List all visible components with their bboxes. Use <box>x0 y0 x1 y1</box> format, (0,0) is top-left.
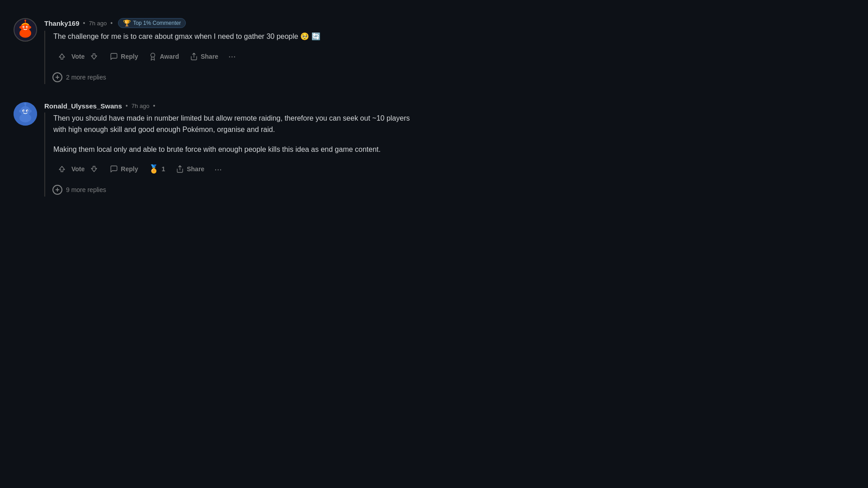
svg-point-9 <box>19 26 22 29</box>
award-button-1[interactable]: Award <box>144 50 184 63</box>
svg-point-14 <box>20 106 30 116</box>
comment-1-username: Thanky169 <box>44 19 80 27</box>
more-replies-label-1: 2 more replies <box>66 74 106 81</box>
svg-point-22 <box>27 110 28 111</box>
reply-label-1: Reply <box>121 53 138 60</box>
reply-button-1[interactable]: Reply <box>105 50 142 63</box>
more-replies-label-2: 9 more replies <box>66 186 106 193</box>
vote-label-2: Vote <box>70 165 86 173</box>
separator-3: • <box>126 102 128 109</box>
ellipsis-2: ··· <box>214 164 222 174</box>
comment-1-thread: The challenge for me is to care about gm… <box>44 31 420 84</box>
comment-1-content: The challenge for me is to care about gm… <box>52 31 420 42</box>
share-icon-2 <box>176 165 184 173</box>
svg-point-21 <box>24 110 24 111</box>
share-icon-1 <box>190 52 198 61</box>
separator-1: • <box>83 19 85 27</box>
downvote-icon-1 <box>90 52 98 61</box>
more-replies-2[interactable]: + 9 more replies <box>52 183 106 197</box>
share-button-1[interactable]: Share <box>185 50 223 63</box>
more-replies-icon-2: + <box>52 185 62 195</box>
comment-1: Thanky169 • 7h ago • 🏆 Top 1% Commenter … <box>14 18 420 84</box>
comment-2-thread: Then you should have made in number limi… <box>44 113 420 197</box>
downvote-button-2[interactable] <box>88 163 100 175</box>
flair-label-1: Top 1% Commenter <box>133 20 181 26</box>
avatar-2 <box>14 102 37 126</box>
flair-badge-1: 🏆 Top 1% Commenter <box>118 18 186 28</box>
reply-button-2[interactable]: Reply <box>105 162 142 176</box>
award-count-2: 1 <box>161 165 165 173</box>
ellipsis-1: ··· <box>228 51 236 61</box>
more-button-2[interactable]: ··· <box>211 162 226 176</box>
svg-point-5 <box>24 26 24 27</box>
downvote-icon-2 <box>90 165 98 173</box>
comment-2-timestamp: 7h ago <box>132 103 150 109</box>
upvote-button-1[interactable] <box>56 51 68 62</box>
upvote-icon-1 <box>58 52 66 61</box>
comment-2-body: Ronald_Ulysses_Swans • 7h ago • Then you… <box>44 102 420 197</box>
comment-2-para-1: Then you should have made in number limi… <box>53 113 420 136</box>
award-button-2[interactable]: 🏅 1 <box>144 161 170 177</box>
svg-point-6 <box>27 26 28 27</box>
share-button-2[interactable]: Share <box>171 162 209 176</box>
comment-2-username: Ronald_Ulysses_Swans <box>44 102 122 110</box>
comment-2-header: Ronald_Ulysses_Swans • 7h ago • <box>44 102 420 110</box>
reply-icon-2 <box>110 165 118 173</box>
more-replies-icon-1: + <box>52 72 62 82</box>
comment-1-header: Thanky169 • 7h ago • 🏆 Top 1% Commenter <box>44 18 420 28</box>
svg-point-11 <box>151 53 155 57</box>
upvote-button-2[interactable] <box>56 163 68 175</box>
svg-point-2 <box>21 23 30 32</box>
flair-icon-1: 🏆 <box>123 19 131 27</box>
more-button-1[interactable]: ··· <box>225 49 240 63</box>
award-icon-1 <box>149 52 157 61</box>
comment-2: Ronald_Ulysses_Swans • 7h ago • Then you… <box>14 102 420 197</box>
avatar <box>14 18 37 42</box>
svg-point-18 <box>29 110 32 113</box>
share-label-2: Share <box>187 165 204 173</box>
award-label-1: Award <box>160 53 179 60</box>
comment-2-para-2: Making them local only and able to brute… <box>53 144 420 155</box>
award-emoji-2: 🏅 <box>149 164 159 174</box>
downvote-button-1[interactable] <box>88 51 100 62</box>
reply-icon-1 <box>110 52 118 61</box>
svg-point-8 <box>24 19 26 21</box>
vote-section-1: Vote <box>52 49 104 64</box>
share-label-1: Share <box>201 53 218 60</box>
svg-point-17 <box>19 110 22 113</box>
upvote-icon-2 <box>58 165 66 173</box>
vote-label-1: Vote <box>70 53 86 60</box>
reply-label-2: Reply <box>121 165 138 173</box>
svg-point-16 <box>24 103 27 105</box>
svg-point-10 <box>28 26 31 29</box>
separator-2: • <box>110 19 113 27</box>
comment-1-text: The challenge for me is to care about gm… <box>53 33 321 40</box>
comment-1-actions: Vote Reply <box>52 49 420 64</box>
vote-section-2: Vote <box>52 161 104 177</box>
more-replies-1[interactable]: + 2 more replies <box>52 70 106 84</box>
page-container: Thanky169 • 7h ago • 🏆 Top 1% Commenter … <box>0 0 434 233</box>
comment-2-content: Then you should have made in number limi… <box>52 113 420 155</box>
comment-1-timestamp: 7h ago <box>89 20 107 27</box>
comment-2-actions: Vote Reply <box>52 161 420 177</box>
comment-1-body: Thanky169 • 7h ago • 🏆 Top 1% Commenter … <box>44 18 420 84</box>
separator-4: • <box>153 102 155 109</box>
